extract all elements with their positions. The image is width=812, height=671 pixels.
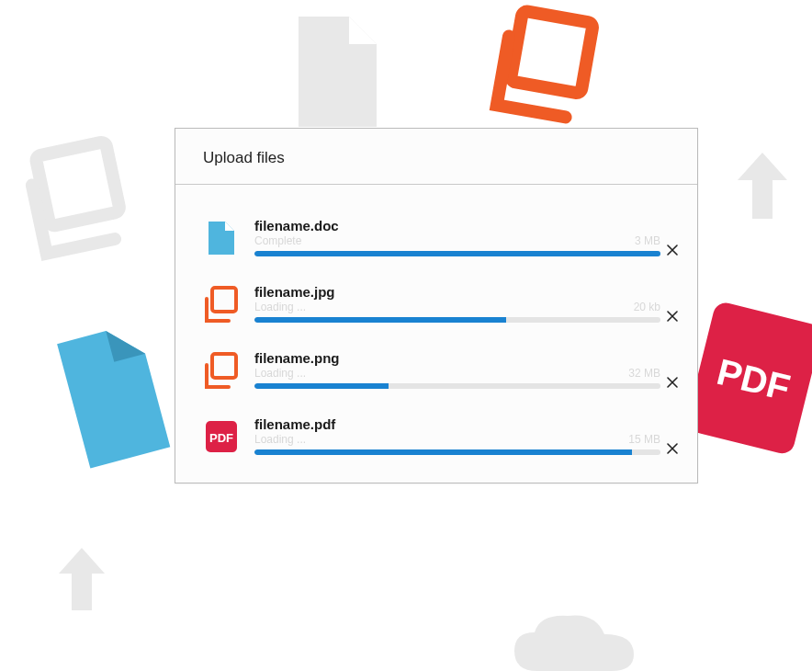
svg-rect-0 (35, 142, 120, 227)
dialog-header: Upload files (175, 129, 697, 185)
progress-fill (254, 449, 632, 455)
file-row: filename.doc Complete 3 MB (203, 218, 660, 256)
file-size: 20 kb (634, 301, 660, 313)
file-row: filename.png Loading ... 32 MB (203, 350, 660, 389)
arrow-up-gray-icon (730, 147, 795, 230)
file-name: filename.pdf (254, 416, 660, 432)
file-status: Loading ... (254, 301, 306, 313)
progress-bar (254, 449, 660, 455)
doc-file-icon (203, 220, 240, 256)
pdf-file-icon: PDF (203, 418, 240, 455)
file-name: filename.png (254, 350, 660, 366)
arrow-up-gray-small-icon (51, 542, 112, 621)
file-name: filename.jpg (254, 284, 660, 300)
svg-rect-4 (212, 288, 236, 312)
file-size: 32 MB (628, 367, 660, 380)
file-list: filename.doc Complete 3 MB (175, 185, 697, 483)
progress-bar (254, 251, 660, 256)
stack-orange-icon (477, 0, 626, 146)
progress-fill (254, 317, 506, 323)
file-row: filename.jpg Loading ... 20 kb (203, 284, 660, 323)
upload-dialog: Upload files filename.doc Complete 3 MB (175, 128, 698, 483)
file-status: Loading ... (254, 433, 306, 446)
dialog-title: Upload files (203, 149, 670, 167)
svg-rect-5 (212, 354, 236, 378)
file-name: filename.doc (254, 218, 660, 233)
cloud-icon (496, 607, 652, 671)
progress-bar (254, 383, 660, 389)
remove-file-button[interactable] (664, 374, 681, 391)
svg-text:PDF: PDF (209, 431, 233, 445)
file-gray-icon (266, 0, 404, 147)
stack-gray-icon (8, 126, 161, 279)
progress-fill (254, 383, 389, 389)
file-size: 15 MB (628, 433, 660, 446)
progress-bar (254, 317, 660, 323)
image-file-icon (203, 286, 240, 323)
remove-file-button[interactable] (664, 440, 681, 457)
file-size: 3 MB (635, 234, 660, 247)
file-row: PDF filename.pdf Loading ... 15 MB (203, 416, 660, 455)
file-status: Loading ... (254, 367, 306, 380)
remove-file-button[interactable] (664, 242, 681, 258)
file-status: Complete (254, 234, 301, 247)
svg-rect-1 (511, 11, 593, 94)
remove-file-button[interactable] (664, 308, 681, 324)
image-file-icon (203, 352, 240, 389)
progress-fill (254, 251, 660, 256)
